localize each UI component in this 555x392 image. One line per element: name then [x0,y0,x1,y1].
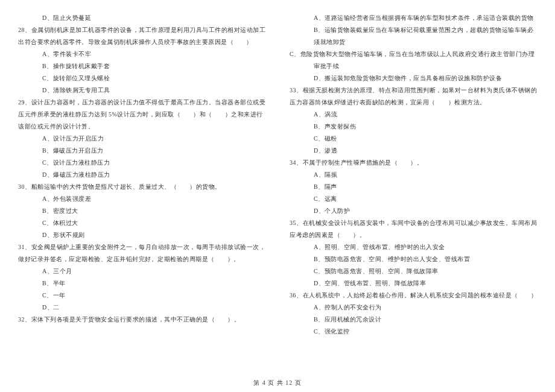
q33-opt-a: A、涡流 [290,109,537,121]
q35: 35、在机械安全设计与机器安装中，车间中设备的合理布局可以减少事故发生。车间布局… [290,217,537,241]
q33: 33、根据无损检测方法的原理、特点和适用范围判断，如果对一台材料为奥氏体不锈钢的… [290,84,537,109]
q33-opt-d: D、渗透 [290,145,537,157]
q29-opt-c: C、设计压力液柱静压力 [18,157,265,169]
q35-opt-d: D、空间、管线布置、照明、降低故障率 [290,277,537,289]
q30-opt-d: D、形状不规则 [18,229,265,241]
q34-opt-a: A、隔振 [290,169,537,181]
q31-opt-b: B、半年 [18,277,265,289]
q29: 29、设计压力容器时，压力容器的设计压力值不得低于最高工作压力。当容器各部位或受… [18,96,265,133]
q31-opt-c: C、一年 [18,289,265,302]
q28: 28、金属切削机床是加工机器零件的设备，其工作原理是利用刀具与工件的相对运动加工… [18,24,265,48]
q32-opt-b: B、运输货物装截量应当在车辆标记荷载重量范围之内，超载的货物运输车辆必须就地卸货 [290,24,537,48]
q36-opt-c: C、强化监控 [290,326,537,338]
q35-opt-a: A、照明、空间、管线布置、维护时的出入安全 [290,241,537,253]
left-column: D、阻止火势蔓延 28、金属切削机床是加工机器零件的设备，其工作原理是利用刀具与… [18,12,265,368]
q28-opt-c: C、旋转部位又埋头螺栓 [18,72,265,84]
page-footer: 第 4 页 共 12 页 [0,379,555,387]
q30-opt-c: C、体积过大 [18,217,265,229]
q33-opt-b: B、声发射探伤 [290,121,537,133]
q32-opt-d: D、搬运装卸危险货物和大型物件，应当具备相应的设施和防护设备 [290,72,537,84]
q35-opt-c: C、预防电器危害、照明、空间、降低故障率 [290,265,537,277]
q28-opt-a: A、零件装卡不牢 [18,48,265,60]
q27-opt-d: D、阻止火势蔓延 [18,12,265,24]
right-column: A、道路运输经营者应当根据拥有车辆的车型和技术条件，承运适合装载的货物 B、运输… [290,12,537,368]
q28-opt-d: D、清除铁屑无专用工具 [18,84,265,96]
q30-opt-a: A、外包装强度差 [18,193,265,205]
q36-opt-b: B、应用机械的冗余设计 [290,314,537,326]
q34-opt-b: B、隔声 [290,181,537,193]
q31-opt-a: A、三个月 [18,265,265,277]
q32-opt-c: C、危险货物和大型物件运输车辆，应当在当地市级以上人民政府交通行政主管部门办理审… [290,48,537,72]
q31-opt-d: D、二 [18,302,265,314]
q34-opt-c: C、远离 [290,193,537,205]
q34-opt-d: D、个人防护 [290,205,537,217]
q29-opt-a: A、设计压力开启压力 [18,133,265,145]
q29-opt-b: B、爆破压力开启压力 [18,145,265,157]
page-columns: D、阻止火势蔓延 28、金属切削机床是加工机器零件的设备，其工作原理是利用刀具与… [18,12,537,368]
q29-opt-d: D、爆破压力液柱静压力 [18,169,265,181]
q30-opt-b: B、密度过大 [18,205,265,217]
q32-opt-a: A、道路运输经营者应当根据拥有车辆的车型和技术条件，承运适合装载的货物 [290,12,537,24]
q30: 30、船舶运输中的大件货物是指尺寸超长、质量过大、（ ）的货物。 [18,181,265,193]
q36-opt-a: A、控制人的不安全行为 [290,302,537,314]
q33-opt-c: C、磁粉 [290,133,537,145]
q35-opt-b: B、预防电器危害、空间、维护时的出人安全、管线布置 [290,253,537,265]
q31: 31、安全阀是锅炉上重要的安全附件之一，每月自动排放一次，每周手动排放试验一次，… [18,241,265,265]
q28-opt-b: B、操作旋转机床戴手套 [18,60,265,72]
q32: 32、宋体下列各项是关于货物安全运行要求的描述，其中不正确的是（ ）。 [18,314,265,326]
q34: 34、不属于控制生产性噪声措施的是（ ）。 [290,157,537,169]
q36: 36、在人机系统中，人始终起着核心作用。解决人机系统安全问题的根本途径是（ ） [290,289,537,302]
